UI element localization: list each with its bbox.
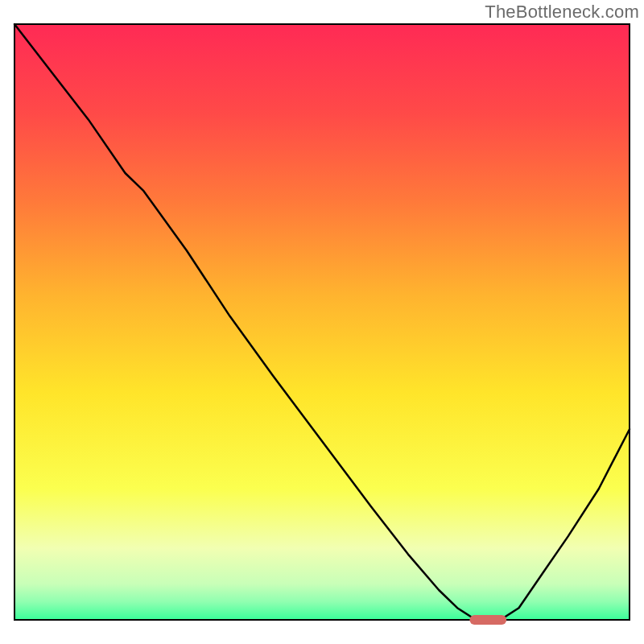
gradient-background xyxy=(14,24,630,620)
axes-box xyxy=(14,24,630,620)
chart-svg xyxy=(0,0,644,644)
optimal-zone-marker xyxy=(469,615,506,625)
chart-container: TheBottleneck.com xyxy=(0,0,644,644)
